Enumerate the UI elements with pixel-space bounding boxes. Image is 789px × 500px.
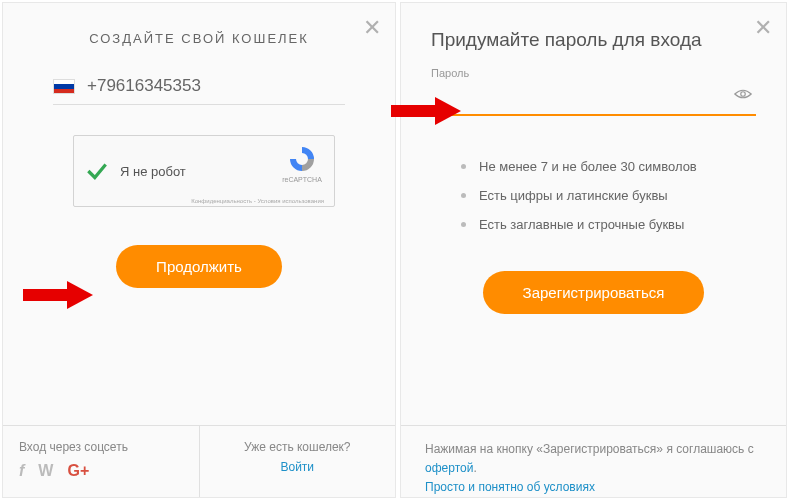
check-icon (84, 158, 110, 184)
rule-item: Есть заглавные и строчные буквы (461, 210, 762, 239)
svg-point-1 (741, 92, 746, 97)
password-rules: Не менее 7 и не более 30 символов Есть ц… (401, 116, 786, 247)
recaptcha-label: Я не робот (120, 164, 186, 179)
close-icon[interactable]: ✕ (754, 15, 772, 41)
google-plus-icon[interactable]: G+ (67, 462, 89, 480)
social-login-section: Вход через соцсеть f W G+ (3, 426, 199, 497)
login-link[interactable]: Войти (216, 460, 380, 474)
recaptcha-icon: reCAPTCHA (280, 144, 324, 183)
agree-text: Нажимая на кнопку «Зарегистрироваться» я… (425, 442, 754, 456)
recaptcha-privacy[interactable]: Конфиденциальность - Условия использован… (191, 198, 324, 204)
right-footer: Нажимая на кнопку «Зарегистрироваться» я… (401, 425, 786, 497)
social-heading: Вход через соцсеть (19, 440, 183, 454)
already-have-wallet: Уже есть кошелек? Войти (199, 426, 396, 497)
register-button[interactable]: Зарегистрироваться (483, 271, 705, 314)
set-password-panel: ✕ Придумайте пароль для входа Пароль Не … (400, 2, 787, 498)
eye-icon[interactable] (734, 87, 752, 105)
panel-heading: СОЗДАЙТЕ СВОЙ КОШЕЛЕК (3, 3, 395, 76)
password-input[interactable] (431, 83, 756, 116)
phone-field[interactable]: +79616345353 (3, 76, 395, 96)
footer-dot: . (473, 461, 476, 475)
vk-icon[interactable]: W (38, 462, 53, 480)
recaptcha-brand: reCAPTCHA (280, 176, 324, 183)
panel-heading: Придумайте пароль для входа (401, 3, 786, 61)
offer-link[interactable]: офертой (425, 461, 473, 475)
svg-rect-2 (391, 105, 435, 117)
left-footer: Вход через соцсеть f W G+ Уже есть кошел… (3, 425, 395, 497)
close-icon[interactable]: ✕ (363, 15, 381, 41)
rule-item: Есть цифры и латинские буквы (461, 181, 762, 210)
phone-underline (53, 104, 345, 105)
recaptcha-widget[interactable]: Я не робот reCAPTCHA Конфиденциальность … (73, 135, 335, 207)
create-wallet-panel: ✕ СОЗДАЙТЕ СВОЙ КОШЕЛЕК +79616345353 Я н… (2, 2, 396, 498)
red-arrow-icon (391, 97, 461, 125)
phone-number-value: +79616345353 (87, 76, 201, 96)
continue-button[interactable]: Продолжить (116, 245, 282, 288)
password-label: Пароль (401, 61, 786, 83)
rule-item: Не менее 7 и не более 30 символов (461, 152, 762, 181)
flag-ru-icon[interactable] (53, 79, 75, 94)
terms-link[interactable]: Просто и понятно об условиях (425, 480, 595, 494)
facebook-icon[interactable]: f (19, 462, 24, 480)
already-have-label: Уже есть кошелек? (216, 440, 380, 454)
